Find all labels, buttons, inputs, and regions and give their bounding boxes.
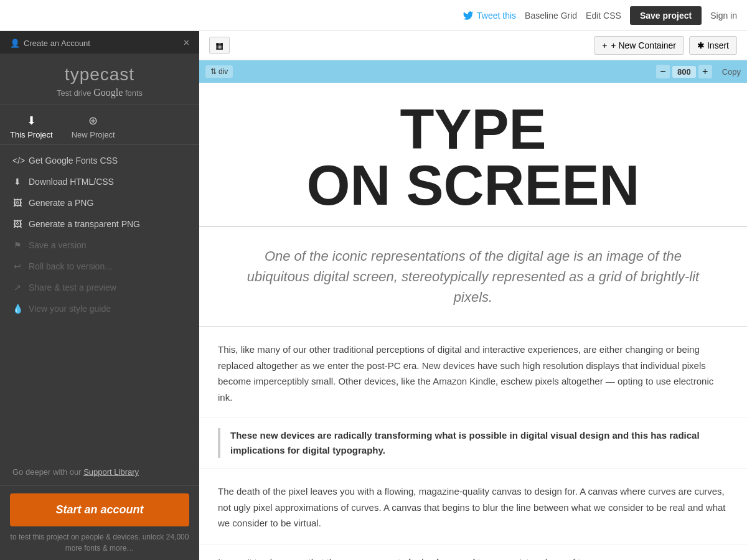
blockquote-block: These new devices are radically transfor…	[199, 418, 747, 469]
insert-icon: ✱	[697, 40, 705, 50]
canvas-container: ⇅ div − 800 + Copy TYPE ON SCREEN	[199, 60, 747, 560]
sidebar-cta: Start an account to test this project on…	[0, 485, 199, 560]
subheading-block: One of the iconic representations of the…	[199, 227, 747, 327]
sidebar-header: 👤 Create an Account ×	[0, 31, 199, 54]
body-block-3: It wasn't too long ago that there was on…	[199, 544, 747, 561]
save-project-button[interactable]: Save project	[630, 6, 702, 25]
rollback-item: ↩ Roll back to version...	[0, 256, 199, 277]
canvas[interactable]: ⇅ div − 800 + Copy TYPE ON SCREEN	[199, 60, 747, 560]
style-guide-item: 💧 View your style guide	[0, 298, 199, 319]
sidebar: 👤 Create an Account × typecast Test driv…	[0, 31, 199, 560]
topbar: Tweet this Baseline Grid Edit CSS Save p…	[0, 0, 747, 31]
create-account-label: Create an Account	[24, 39, 90, 48]
user-icon: 👤	[10, 39, 20, 48]
body-text-3: It wasn't too long ago that there was on…	[218, 554, 728, 561]
new-project-item[interactable]: ⊕ New Project	[72, 114, 115, 139]
body-text-2: The death of the pixel leaves you with a…	[218, 483, 728, 531]
content-area: ▦ + + New Container ✱ Insert ⇅ div	[199, 31, 747, 560]
sidebar-projects: ⬇ This Project ⊕ New Project	[0, 105, 199, 145]
sidebar-support: Go deeper with our Support Library	[0, 461, 199, 485]
generate-png-item[interactable]: 🖼 Generate a PNG	[0, 192, 199, 213]
sidebar-brand: typecast Test drive Google fonts	[0, 54, 199, 105]
image-icon: 🖼	[12, 198, 22, 208]
sign-in-link[interactable]: Sign in	[710, 11, 737, 21]
blockquote-text: These new devices are radically transfor…	[218, 428, 728, 458]
rollback-icon: ↩	[12, 261, 22, 271]
resize-icon: ⇅	[210, 67, 217, 76]
brand-sub: Test drive Google fonts	[6, 87, 193, 98]
save-version-item: ⚑ Save a version	[0, 235, 199, 256]
sidebar-header-left: 👤 Create an Account	[10, 39, 90, 48]
increase-width-button[interactable]: +	[698, 65, 712, 78]
this-project-item[interactable]: ⬇ This Project	[10, 114, 53, 139]
container-width-ctrl: − 800 +	[656, 65, 712, 78]
insert-button[interactable]: ✱ Insert	[689, 36, 737, 55]
body-block-2: The death of the pixel leaves you with a…	[199, 469, 747, 544]
plus-icon: ⊕	[88, 114, 98, 128]
generate-transparent-png-item[interactable]: 🖼 Generate a transparent PNG	[0, 213, 199, 235]
main-layout: 👤 Create an Account × typecast Test driv…	[0, 31, 747, 560]
body-text-1: This, like many of our other traditional…	[218, 342, 728, 405]
share-preview-item: ↗ Share & test a preview	[0, 277, 199, 298]
subheading-text: One of the iconic representations of the…	[237, 246, 710, 307]
brand-name: typecast	[6, 65, 193, 85]
image-transparent-icon: 🖼	[12, 219, 22, 229]
flag-icon: ⚑	[12, 240, 22, 250]
close-icon[interactable]: ×	[184, 37, 189, 49]
share-icon: ↗	[12, 282, 22, 292]
container-width-value: 800	[672, 66, 696, 78]
download-html-item[interactable]: ⬇ Download HTML/CSS	[0, 171, 199, 192]
code-icon: </>	[12, 156, 22, 166]
grid-view-icon: ▦	[215, 40, 223, 50]
plus-icon: +	[602, 40, 607, 50]
toolbar: ▦ + + New Container ✱ Insert	[199, 31, 747, 60]
body-block-1: This, like many of our other traditional…	[199, 327, 747, 418]
sidebar-menu: </> Get Google Fonts CSS ⬇ Download HTML…	[0, 145, 199, 461]
download-icon: ⬇	[12, 177, 22, 187]
tweet-button[interactable]: Tweet this	[463, 10, 516, 21]
edit-css-link[interactable]: Edit CSS	[586, 11, 621, 21]
cta-subtext: to test this project on people & devices…	[10, 531, 189, 554]
container-header: ⇅ div − 800 + Copy	[199, 60, 747, 83]
get-google-fonts-item[interactable]: </> Get Google Fonts CSS	[0, 150, 199, 171]
new-container-button[interactable]: + + New Container	[594, 36, 684, 55]
heading-block: TYPE ON SCREEN	[199, 83, 747, 227]
view-toggle-button[interactable]: ▦	[209, 37, 230, 54]
copy-button[interactable]: Copy	[722, 67, 741, 77]
baseline-grid-link[interactable]: Baseline Grid	[525, 11, 577, 21]
download-icon: ⬇	[27, 114, 36, 128]
container-tag: ⇅ div	[205, 65, 233, 78]
start-account-button[interactable]: Start an account	[10, 493, 189, 526]
support-library-link[interactable]: Support Library	[83, 467, 139, 477]
decrease-width-button[interactable]: −	[656, 65, 670, 78]
style-guide-icon: 💧	[12, 304, 22, 314]
main-heading: TYPE ON SCREEN	[224, 101, 722, 213]
twitter-icon	[463, 10, 474, 21]
